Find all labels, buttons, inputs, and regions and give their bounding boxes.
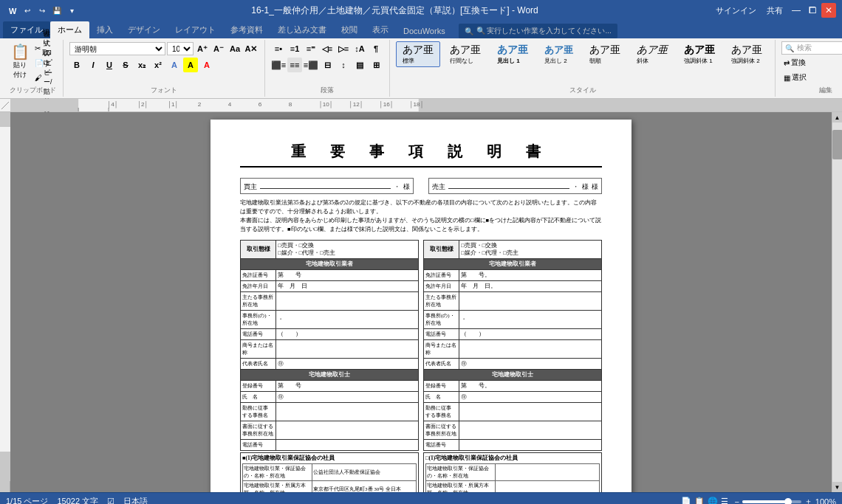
superscript-button[interactable]: x² (151, 58, 165, 72)
save-button-quick[interactable]: 💾 (50, 4, 64, 17)
buyer-field: 買主 ・ 様 (240, 178, 414, 194)
table-row: 取引態様 □売買・□交換 □媒介・□代理・□売主 (424, 241, 602, 259)
buyer-dot: ・ (394, 182, 400, 192)
tab-layout[interactable]: レイアウト (168, 21, 223, 38)
document-canvas[interactable]: 重 要 事 項 説 明 書 買主 ・ 様 売主 ・ 様 様 (10, 112, 832, 492)
style-standard[interactable]: あア亜 標準 (396, 41, 440, 67)
align-right-button[interactable]: ≡⬛ (304, 58, 318, 72)
indent-increase-button[interactable]: ▷≡ (336, 41, 351, 56)
table-row: 氏 名 ㊞ (241, 392, 419, 403)
table-row: 登録番号 第 号。 (424, 381, 602, 392)
zoom-out-button[interactable]: − (734, 497, 739, 505)
scroll-up-button[interactable]: ▲ (832, 112, 842, 122)
tab-review[interactable]: 校閲 (334, 21, 365, 38)
align-left-button[interactable]: ⬛≡ (271, 58, 286, 72)
format-paint-icon: 🖌 (35, 74, 42, 82)
scrollbar-vertical[interactable]: ▲ ▼ (832, 112, 842, 492)
view-outline-button[interactable]: ☰ (721, 497, 728, 504)
scroll-down-button[interactable]: ▼ (832, 482, 842, 492)
bold-button[interactable]: B (69, 58, 84, 72)
search-box[interactable]: 🔍 検索 (781, 41, 842, 55)
shading-button[interactable]: ▤ (352, 58, 367, 72)
tab-insert[interactable]: 挿入 (89, 21, 120, 38)
paste-icon: 📋 (11, 44, 30, 59)
show-formatting-button[interactable]: ¶ (369, 41, 383, 56)
customize-qa-button[interactable]: ▾ (65, 4, 78, 17)
multilevel-button[interactable]: ≡⁼ (304, 41, 318, 56)
underline-button[interactable]: U (102, 58, 117, 72)
style-normal[interactable]: あア亜 朝順 (583, 41, 627, 67)
svg-rect-21 (0, 112, 10, 127)
style-heading2[interactable]: あア亜 見出し 2 (538, 41, 580, 67)
scroll-thumb[interactable] (832, 130, 842, 159)
task-search[interactable]: 🔍 🔍 実行したい作業を入力してください... (459, 24, 617, 38)
close-button[interactable]: ✕ (821, 3, 836, 18)
font-size-select[interactable]: 10.5 (167, 42, 194, 55)
table-row: 宅地建物取引業・保証協会の・名称・所在地 (426, 464, 600, 481)
bullets-button[interactable]: ≡• (271, 41, 286, 56)
table-row: 免許年月日 年 月 日 (241, 281, 419, 292)
font-name-select[interactable]: 游明朝 (69, 42, 165, 55)
justify-button[interactable]: ⊟ (320, 58, 335, 72)
cut-icon: ✂ (35, 44, 41, 52)
zoom-level: 100% (815, 497, 836, 505)
tab-view[interactable]: 表示 (365, 21, 396, 38)
style-heading1[interactable]: あア亜 見出し 1 (490, 41, 535, 67)
hosho-section-left: ■(1)宅地建物取引業保証協会の社員 宅地建物取引業・保証協会の・名称・所在地 … (240, 452, 419, 492)
svg-rect-20 (0, 112, 10, 481)
borders-button[interactable]: ⊞ (369, 58, 383, 72)
clear-format-button[interactable]: A✕ (244, 41, 259, 56)
restore-button[interactable]: ⧠ (805, 3, 820, 18)
svg-rect-6 (419, 99, 842, 111)
align-center-button[interactable]: ≡≡ (287, 58, 302, 72)
signin-button[interactable]: サインイン (711, 3, 761, 18)
minimize-button[interactable]: — (789, 3, 804, 18)
font-color-button[interactable]: A (199, 58, 214, 72)
subscript-button[interactable]: x₂ (134, 58, 149, 72)
view-print-button[interactable]: 📄 (681, 497, 691, 504)
zoom-slider[interactable] (742, 500, 801, 503)
italic-button[interactable]: I (86, 58, 100, 72)
undo-button[interactable]: ↩ (21, 4, 34, 17)
redo-button[interactable]: ↪ (35, 4, 49, 17)
table-row: 宅地建物取引業・所属方本部・名称・所在地 (426, 481, 600, 493)
font-shrink-button[interactable]: A⁻ (211, 41, 226, 56)
status-right: 📄 📋 🌐 ☰ − ＋ 100% (681, 496, 836, 504)
numbering-button[interactable]: ≡1 (287, 41, 302, 56)
tab-home[interactable]: ホーム (50, 21, 89, 38)
line-spacing-button[interactable]: ↕ (336, 58, 351, 72)
table-row: 電話番号 （ ） (241, 329, 419, 340)
language: 日本語 (123, 496, 148, 504)
text-effects-button[interactable]: A (167, 58, 182, 72)
share-button[interactable]: 共有 (762, 3, 787, 18)
view-read-button[interactable]: 📋 (694, 497, 705, 504)
strikethrough-button[interactable]: S (118, 58, 133, 72)
format-paint-button[interactable]: 🖌 書式のコピー/貼り付け (32, 71, 57, 84)
change-case-button[interactable]: Aa (227, 41, 242, 56)
table-row: 宅地建物取引業・所属方本部・名称・所在地 東京都千代田区丸尾町3番 30号 全日… (243, 481, 417, 493)
replace-button[interactable]: ⇄ 置換 (781, 56, 808, 69)
status-bar: 1/15 ページ 15022 文字 ☑ 日本語 📄 📋 🌐 ☰ − ＋ 100% (0, 492, 842, 504)
table-row: 宅地建物取引業・保証協会の・名称・所在地 公益社団法人不動産保証協会 (243, 464, 417, 481)
search-icon: 🔍 (785, 44, 794, 52)
paste-button[interactable]: 📋 貼り付け (9, 41, 31, 83)
tab-references[interactable]: 参考資料 (223, 21, 270, 38)
highlight-button[interactable]: A (183, 58, 198, 72)
indent-decrease-button[interactable]: ◁≡ (320, 41, 335, 56)
style-emphasis2[interactable]: あア亜 強調斜体 2 (725, 41, 769, 67)
tab-design[interactable]: デザイン (120, 21, 168, 38)
view-web-button[interactable]: 🌐 (708, 497, 718, 504)
style-emphasis1[interactable]: あア亜 強調斜体 1 (677, 41, 722, 67)
group-font: 游明朝 10.5 A⁺ A⁻ Aa A✕ B I U S (64, 40, 265, 97)
scroll-track[interactable] (832, 122, 842, 482)
zoom-in-button[interactable]: ＋ (804, 496, 812, 504)
select-button[interactable]: ▦ 選択 (781, 71, 809, 84)
style-no-spacing[interactable]: あア亜 行間なし (443, 41, 487, 67)
group-styles: あア亜 標準 あア亜 行間なし あア亜 見出し 1 あア亜 見出し 2 あア亜 (390, 40, 776, 97)
font-grow-button[interactable]: A⁺ (195, 41, 210, 56)
tab-mailings[interactable]: 差し込み文書 (270, 21, 334, 38)
zoom-handle[interactable] (784, 498, 792, 505)
style-italic[interactable]: あア亜 斜体 (630, 41, 674, 67)
sort-button[interactable]: ↕A (352, 41, 367, 56)
tab-docuworks[interactable]: DocuWorks (396, 24, 453, 38)
